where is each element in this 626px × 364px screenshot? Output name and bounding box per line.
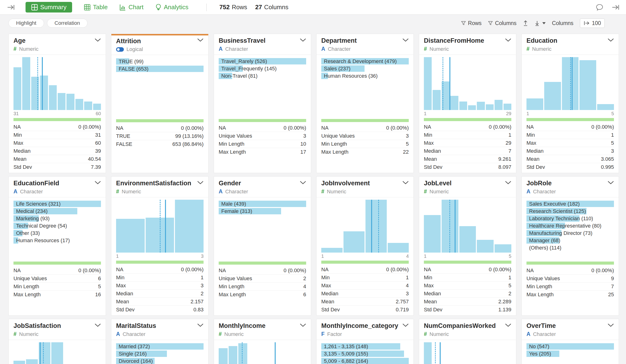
histogram-bar[interactable] (219, 348, 228, 364)
category-row[interactable]: Travel_Frequently (145) (219, 66, 306, 72)
histogram-bar[interactable] (84, 101, 92, 110)
histogram-bar[interactable] (526, 99, 543, 110)
category-row[interactable]: 5,009 - 6,882 (164) (321, 358, 409, 364)
category-row[interactable]: 1,261 - 3,135 (148) (321, 343, 409, 350)
column-card-MonthlyIncome[interactable]: MonthlyIncome#Numeric (214, 319, 311, 364)
histogram-bar[interactable] (321, 248, 343, 253)
histogram-bar[interactable] (495, 100, 502, 110)
histogram-bar[interactable] (76, 99, 83, 110)
category-row[interactable]: Manager (68) (526, 237, 614, 244)
category-row[interactable]: Technical Degree (54) (13, 223, 101, 229)
histogram-bar[interactable] (66, 94, 74, 110)
category-row[interactable]: Manufacturing Director (73) (526, 230, 614, 236)
column-card-Attrition[interactable]: AttritionLogicalTRUE (99)FALSE (653)NA0 … (111, 34, 208, 173)
category-row[interactable]: Healthcare Representative (80) (526, 223, 614, 229)
column-card-Education[interactable]: Education#Numeric15NA0 (0.00%)Min1Max5Me… (521, 34, 619, 173)
filter-rows-button[interactable]: Rows (461, 20, 482, 27)
category-row[interactable]: Research Scientist (125) (526, 208, 614, 214)
column-card-JobRole[interactable]: JobRoleACharacterSales Executive (182)Re… (521, 176, 619, 316)
category-row[interactable]: Single (216) (116, 351, 203, 357)
collapse-left-panel-icon[interactable] (7, 4, 15, 11)
category-row[interactable]: Other (33) (13, 230, 101, 236)
chevron-down-icon[interactable] (95, 323, 101, 328)
column-card-Department[interactable]: DepartmentACharacterResearch & Developme… (316, 34, 414, 173)
histogram-bar[interactable] (424, 215, 441, 253)
sort-asc-button[interactable] (523, 20, 528, 26)
column-card-MonthlyIncome_category[interactable]: MonthlyIncome_categoryFFactor1,261 - 3,1… (316, 319, 414, 364)
histogram-bar[interactable] (544, 82, 561, 110)
category-row[interactable]: Female (313) (219, 208, 306, 214)
collapse-right-panel-icon[interactable] (611, 4, 620, 11)
tab-table[interactable]: Table (84, 3, 108, 11)
chevron-down-icon[interactable] (608, 181, 614, 185)
histogram-bar[interactable] (13, 67, 21, 110)
category-row[interactable]: Divorced (164) (116, 358, 203, 364)
category-row[interactable]: TRUE (99) (116, 58, 203, 65)
category-row[interactable]: Life Sciences (321) (13, 201, 101, 207)
histogram-bar[interactable] (459, 226, 476, 253)
category-row[interactable]: Laboratory Technician (110) (526, 215, 614, 222)
category-row[interactable]: Research & Development (479) (321, 58, 409, 65)
histogram-bar[interactable] (26, 359, 38, 364)
column-card-JobLevel[interactable]: JobLevel#Numeric15NA0 (0.00%)Min1Max5Med… (419, 176, 516, 316)
chevron-down-icon[interactable] (197, 323, 203, 328)
histogram-bar[interactable] (58, 93, 66, 110)
column-card-Age[interactable]: Age#Numeric3160NA0 (0.00%)Min31Max60Medi… (8, 34, 106, 173)
category-row[interactable]: No (547) (526, 343, 614, 350)
chevron-down-icon[interactable] (608, 38, 614, 43)
histogram-bar[interactable] (238, 343, 247, 364)
tab-analytics[interactable]: Analytics (155, 3, 188, 11)
histogram-bar[interactable] (580, 60, 596, 110)
category-row[interactable]: Sales Executive (182) (526, 201, 614, 207)
column-card-NumCompaniesWorked[interactable]: NumCompaniesWorked#Numeric (419, 319, 516, 364)
column-card-OverTime[interactable]: OverTimeACharacterNo (547)Yes (205) (521, 319, 619, 364)
histogram-bar[interactable] (175, 200, 203, 253)
chevron-down-icon[interactable] (95, 38, 101, 43)
category-row[interactable]: Travel_Rarely (526) (219, 58, 306, 65)
histogram-bar[interactable] (495, 244, 511, 253)
tab-chart[interactable]: Chart (119, 3, 144, 11)
histogram-bar[interactable] (93, 104, 101, 110)
correlation-button[interactable]: Correlation (47, 19, 88, 28)
column-card-EnvironmentSatisfaction[interactable]: EnvironmentSatisfaction#Numeric13NA0 (0.… (111, 176, 208, 316)
category-row[interactable]: Marketing (93) (13, 215, 101, 222)
filter-columns-button[interactable]: Columns (488, 20, 516, 27)
column-card-Gender[interactable]: GenderACharacterMale (439)Female (313)NA… (214, 176, 311, 316)
histogram-bar[interactable] (388, 243, 409, 253)
histogram-bar[interactable] (477, 240, 494, 253)
column-card-JobInvolvement[interactable]: JobInvolvement#Numeric14NA0 (0.00%)Min1M… (316, 176, 414, 316)
chevron-down-icon[interactable] (505, 38, 511, 43)
chevron-down-icon[interactable] (300, 181, 306, 185)
histogram-bar[interactable] (344, 231, 365, 253)
histogram-bar[interactable] (477, 102, 485, 110)
chevron-down-icon[interactable] (402, 181, 409, 185)
histogram-bar[interactable] (468, 105, 476, 110)
category-row[interactable]: Male (439) (219, 201, 306, 207)
comments-icon[interactable] (596, 4, 603, 11)
category-row[interactable]: Married (372) (116, 343, 203, 350)
chevron-down-icon[interactable] (608, 323, 614, 328)
column-card-JobSatisfaction[interactable]: JobSatisfaction#Numeric (8, 319, 106, 364)
category-row[interactable]: Human Resources (36) (321, 73, 409, 79)
tab-summary[interactable]: Summary (26, 2, 72, 12)
chevron-down-icon[interactable] (505, 181, 511, 185)
histogram-bar[interactable] (450, 96, 458, 110)
category-row[interactable]: Yes (205) (526, 351, 614, 357)
category-row[interactable]: Sales (237) (321, 66, 409, 72)
chevron-down-icon[interactable] (300, 323, 306, 328)
column-card-EducationField[interactable]: EducationFieldACharacterLife Sciences (3… (8, 176, 106, 316)
chevron-down-icon[interactable] (505, 323, 511, 328)
histogram-bar[interactable] (365, 200, 387, 253)
column-card-BusinessTravel[interactable]: BusinessTravelACharacterTravel_Rarely (5… (214, 34, 311, 173)
chevron-down-icon[interactable] (197, 38, 203, 43)
category-row[interactable]: Human Resources (17) (13, 237, 101, 244)
sort-desc-button[interactable] (535, 20, 546, 26)
chevron-down-icon[interactable] (402, 323, 409, 328)
histogram-bar[interactable] (424, 342, 432, 364)
histogram-bar[interactable] (597, 104, 614, 110)
histogram-bar[interactable] (116, 219, 145, 253)
histogram-bar[interactable] (433, 90, 440, 110)
histogram-bar[interactable] (13, 361, 25, 364)
category-row[interactable]: FALSE (653) (116, 66, 203, 72)
columns-limit-button[interactable]: 100 (580, 18, 605, 28)
